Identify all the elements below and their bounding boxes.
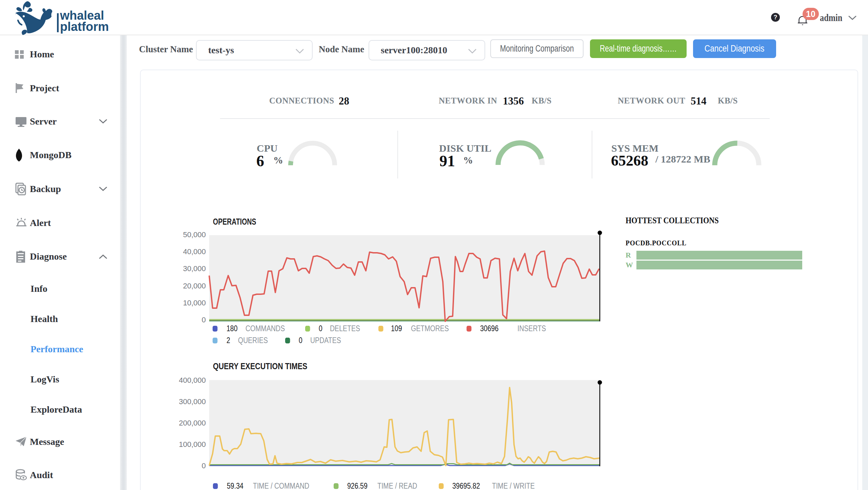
svg-text:50,000: 50,000 xyxy=(183,230,206,239)
svg-text:200,000: 200,000 xyxy=(179,419,206,427)
svg-text:400,000: 400,000 xyxy=(179,376,206,384)
svg-text:20,000: 20,000 xyxy=(183,282,206,290)
svg-text:0: 0 xyxy=(202,316,206,324)
svg-text:0: 0 xyxy=(202,461,206,470)
svg-text:10,000: 10,000 xyxy=(183,299,206,307)
svg-text:30,000: 30,000 xyxy=(183,264,206,273)
svg-text:100,000: 100,000 xyxy=(179,440,206,449)
svg-text:300,000: 300,000 xyxy=(179,397,206,406)
svg-text:40,000: 40,000 xyxy=(183,247,206,256)
